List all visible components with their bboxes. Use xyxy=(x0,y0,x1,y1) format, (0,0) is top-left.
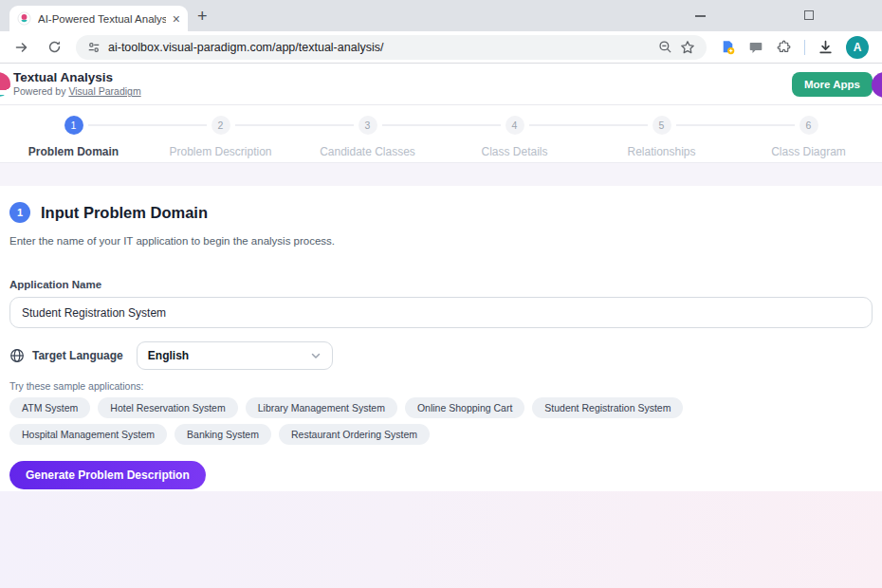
section-step-badge: 1 xyxy=(9,202,30,223)
step-class-diagram[interactable]: 6 Class Diagram xyxy=(735,116,882,162)
sample-chip-online-shopping-cart[interactable]: Online Shopping Cart xyxy=(405,397,524,418)
favicon-icon xyxy=(17,11,31,26)
step-number: 1 xyxy=(64,116,83,135)
step-number: 5 xyxy=(652,116,671,135)
step-number: 4 xyxy=(505,116,524,135)
visual-paradigm-link[interactable]: Visual Paradigm xyxy=(68,85,140,97)
sample-chip-hospital-management-system[interactable]: Hospital Management System xyxy=(9,424,167,445)
tab-close-icon[interactable]: × xyxy=(173,12,180,26)
sample-chip-restaurant-ordering-system[interactable]: Restaurant Ordering System xyxy=(279,424,430,445)
step-candidate-classes[interactable]: 3 Candidate Classes xyxy=(294,116,441,162)
target-language-value: English xyxy=(148,349,310,362)
drive-extension-icon[interactable] xyxy=(720,39,736,55)
target-language-select[interactable]: English xyxy=(137,341,333,370)
step-label: Candidate Classes xyxy=(294,145,441,158)
sample-chip-banking-system[interactable]: Banking System xyxy=(175,424,271,445)
page-footer-background xyxy=(0,491,882,588)
main-content-card: 1 Input Problem Domain Enter the name of… xyxy=(0,186,882,491)
sample-chip-student-registration-system[interactable]: Student Registration System xyxy=(532,397,683,418)
zoom-page-icon[interactable] xyxy=(658,40,672,54)
step-number: 2 xyxy=(211,116,230,135)
wizard-stepper: 1 Problem Domain 2 Problem Description 3… xyxy=(0,105,882,163)
chevron-down-icon xyxy=(310,350,322,361)
user-avatar[interactable] xyxy=(872,72,882,98)
step-number: 3 xyxy=(358,116,377,135)
browser-tab-strip: AI-Powered Textual Analysis for × + xyxy=(0,0,882,31)
sample-chip-atm-system[interactable]: ATM System xyxy=(9,397,90,418)
step-number: 6 xyxy=(799,116,818,135)
site-settings-icon[interactable] xyxy=(87,41,101,54)
chat-extension-icon[interactable] xyxy=(748,40,763,55)
new-tab-button[interactable]: + xyxy=(197,7,208,27)
target-language-label: Target Language xyxy=(32,349,123,362)
step-label: Problem Description xyxy=(147,145,294,158)
generate-problem-description-button[interactable]: Generate Problem Description xyxy=(9,461,206,489)
sample-chip-hotel-reservation-system[interactable]: Hotel Reservation System xyxy=(98,397,237,418)
powered-by-prefix: Powered by xyxy=(13,85,68,97)
step-label: Class Diagram xyxy=(735,145,882,158)
step-label: Class Details xyxy=(441,145,588,158)
more-apps-button[interactable]: More Apps xyxy=(792,72,873,97)
window-minimize-button[interactable] xyxy=(695,15,706,17)
step-label: Problem Domain xyxy=(0,145,147,158)
extensions-area: A xyxy=(720,36,869,59)
browser-toolbar: ai-toolbox.visual-paradigm.com/app/textu… xyxy=(0,31,882,63)
url-text[interactable]: ai-toolbox.visual-paradigm.com/app/textu… xyxy=(108,41,651,54)
window-maximize-button[interactable] xyxy=(804,10,814,20)
section-description: Enter the name of your IT application to… xyxy=(9,235,873,247)
forward-icon[interactable] xyxy=(9,35,34,60)
page-background-band xyxy=(0,163,882,186)
step-label: Relationships xyxy=(588,145,735,158)
bookmark-star-icon[interactable] xyxy=(680,40,695,55)
application-name-label: Application Name xyxy=(9,279,873,290)
samples-label: Try these sample applications: xyxy=(9,380,873,392)
browser-tab[interactable]: AI-Powered Textual Analysis for × xyxy=(9,6,188,31)
app-header: Textual Analysis Powered by Visual Parad… xyxy=(0,64,882,105)
application-name-input[interactable] xyxy=(9,297,873,328)
section-heading: Input Problem Domain xyxy=(41,204,208,222)
browser-profile-avatar[interactable]: A xyxy=(846,36,869,59)
reload-icon[interactable] xyxy=(42,35,66,60)
step-relationships[interactable]: 5 Relationships xyxy=(588,116,735,162)
toolbar-separator xyxy=(804,40,805,55)
step-problem-domain[interactable]: 1 Problem Domain xyxy=(0,116,147,162)
downloads-icon[interactable] xyxy=(818,39,834,55)
step-problem-description[interactable]: 2 Problem Description xyxy=(147,116,294,162)
globe-icon xyxy=(9,348,25,363)
step-class-details[interactable]: 4 Class Details xyxy=(441,116,588,162)
powered-by-text: Powered by Visual Paradigm xyxy=(13,85,141,98)
app-logo-icon xyxy=(0,72,10,97)
extensions-puzzle-icon[interactable] xyxy=(776,39,792,55)
sample-chip-list: ATM System Hotel Reservation System Libr… xyxy=(9,397,797,445)
sample-chip-library-management-system[interactable]: Library Management System xyxy=(246,397,397,418)
tab-title: AI-Powered Textual Analysis for xyxy=(38,13,166,25)
page-title: Textual Analysis xyxy=(13,70,141,86)
url-bar[interactable]: ai-toolbox.visual-paradigm.com/app/textu… xyxy=(76,35,707,60)
